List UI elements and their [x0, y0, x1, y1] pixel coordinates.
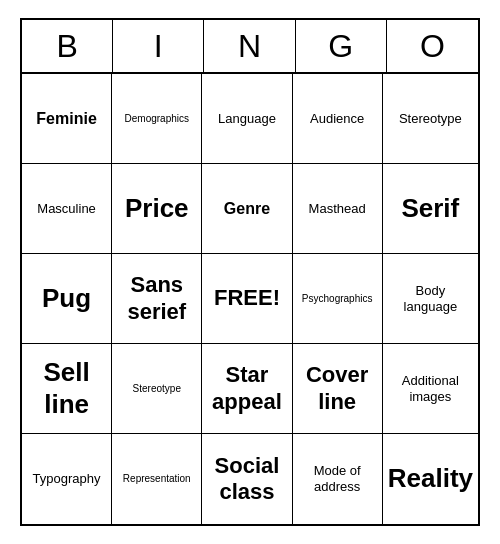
- header-letter: I: [113, 20, 204, 72]
- cell-label: Cover line: [298, 362, 377, 415]
- bingo-cell[interactable]: Body language: [383, 254, 478, 344]
- bingo-cell[interactable]: Typography: [22, 434, 112, 524]
- cell-label: Sell line: [27, 357, 106, 419]
- bingo-cell[interactable]: Mode of address: [293, 434, 383, 524]
- cell-label: Social class: [207, 453, 286, 506]
- bingo-cell[interactable]: Sans serief: [112, 254, 202, 344]
- bingo-cell[interactable]: Price: [112, 164, 202, 254]
- cell-label: Genre: [224, 199, 270, 218]
- cell-label: Serif: [401, 193, 459, 224]
- bingo-cell[interactable]: Representation: [112, 434, 202, 524]
- cell-label: Masthead: [309, 201, 366, 217]
- bingo-cell[interactable]: Masculine: [22, 164, 112, 254]
- cell-label: Audience: [310, 111, 364, 127]
- cell-label: Masculine: [37, 201, 96, 217]
- cell-label: Demographics: [125, 113, 189, 125]
- bingo-cell[interactable]: FREE!: [202, 254, 292, 344]
- bingo-cell[interactable]: Psychographics: [293, 254, 383, 344]
- cell-label: Reality: [388, 463, 473, 494]
- header-letter: O: [387, 20, 478, 72]
- bingo-cell[interactable]: Stereotype: [112, 344, 202, 434]
- bingo-cell[interactable]: Reality: [383, 434, 478, 524]
- cell-label: Psychographics: [302, 293, 373, 305]
- cell-label: Pug: [42, 283, 91, 314]
- bingo-cell[interactable]: Sell line: [22, 344, 112, 434]
- bingo-cell[interactable]: Stereotype: [383, 74, 478, 164]
- cell-label: Representation: [123, 473, 191, 485]
- cell-label: Sans serief: [117, 272, 196, 325]
- bingo-cell[interactable]: Genre: [202, 164, 292, 254]
- cell-label: Mode of address: [298, 463, 377, 494]
- bingo-grid: FeminieDemographicsLanguageAudienceStere…: [22, 74, 478, 524]
- bingo-cell[interactable]: Demographics: [112, 74, 202, 164]
- bingo-cell[interactable]: Pug: [22, 254, 112, 344]
- bingo-cell[interactable]: Additional images: [383, 344, 478, 434]
- cell-label: Typography: [33, 471, 101, 487]
- cell-label: Stereotype: [399, 111, 462, 127]
- header-letter: B: [22, 20, 113, 72]
- bingo-cell[interactable]: Language: [202, 74, 292, 164]
- bingo-cell[interactable]: Audience: [293, 74, 383, 164]
- cell-label: Body language: [388, 283, 473, 314]
- bingo-cell[interactable]: Cover line: [293, 344, 383, 434]
- header-letter: N: [204, 20, 295, 72]
- bingo-cell[interactable]: Masthead: [293, 164, 383, 254]
- bingo-cell[interactable]: Serif: [383, 164, 478, 254]
- bingo-header: BINGO: [22, 20, 478, 74]
- header-letter: G: [296, 20, 387, 72]
- cell-label: Price: [125, 193, 189, 224]
- cell-label: Star appeal: [207, 362, 286, 415]
- bingo-cell[interactable]: Star appeal: [202, 344, 292, 434]
- cell-label: FREE!: [214, 285, 280, 311]
- cell-label: Language: [218, 111, 276, 127]
- cell-label: Stereotype: [133, 383, 181, 395]
- cell-label: Additional images: [388, 373, 473, 404]
- cell-label: Feminie: [36, 109, 96, 128]
- bingo-cell[interactable]: Social class: [202, 434, 292, 524]
- bingo-cell[interactable]: Feminie: [22, 74, 112, 164]
- bingo-card: BINGO FeminieDemographicsLanguageAudienc…: [20, 18, 480, 526]
